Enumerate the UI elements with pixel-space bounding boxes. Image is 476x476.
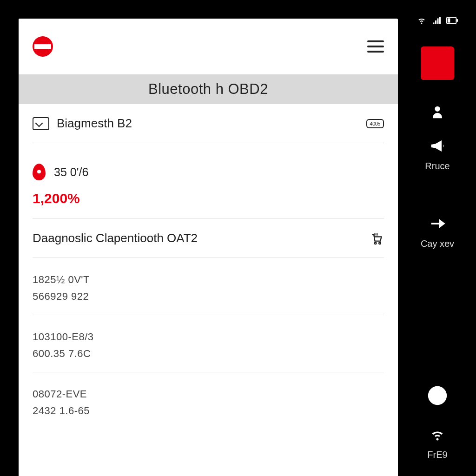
app-logo-icon <box>33 36 53 57</box>
signal-icon <box>431 16 442 25</box>
sidebar-label: FrE9 <box>427 450 447 460</box>
app-tile[interactable] <box>421 46 454 80</box>
code-group: 1825½ 0V'T 566929 922 <box>33 258 384 315</box>
code-line: 1825½ 0V'T <box>33 274 384 286</box>
marker-icon <box>33 164 46 180</box>
sidebar-item-fre9[interactable]: FrE9 <box>427 424 448 460</box>
code-line: 2432 1.6-65 <box>33 405 384 417</box>
code-group: 08072-EVE 2432 1.6-65 <box>33 372 384 429</box>
sidebar-item-cayxev[interactable]: Cay xev <box>421 213 454 249</box>
page-title: Bluetooth h OBD2 <box>19 74 398 104</box>
row-label: Biagmesth B2 <box>57 116 132 131</box>
status-bar <box>416 13 458 28</box>
code-line: 600.35 7.6C <box>33 348 384 360</box>
cart-icon[interactable] <box>370 232 384 245</box>
arrow-right-icon <box>427 213 448 234</box>
system-sidebar: Rruce Cay xev FrE9 <box>399 0 476 476</box>
wifi-small-icon <box>427 424 448 445</box>
code-line: 103100-E8/3 <box>33 331 384 343</box>
app-window: Bluetooth h OBD2 Biagmesth B2 4005 35 0'… <box>18 18 399 476</box>
tools-circle-icon <box>427 385 448 406</box>
sidebar-item-profile[interactable] <box>427 101 448 122</box>
app-header <box>19 19 398 74</box>
battery-icon <box>446 16 458 25</box>
svg-point-1 <box>379 242 381 244</box>
list-item[interactable]: 35 0'/6 1,200% <box>33 143 384 219</box>
svg-rect-4 <box>448 18 450 22</box>
sidebar-label: Rruce <box>425 161 450 172</box>
svg-rect-3 <box>456 19 458 22</box>
list-item[interactable]: Biagmesth B2 4005 <box>33 104 384 143</box>
sidebar-item-ruce[interactable]: Rruce <box>425 136 450 172</box>
code-line: 08072-EVE <box>33 388 384 400</box>
code-line: 566929 922 <box>33 291 384 303</box>
sidebar-item-tools[interactable] <box>427 385 448 406</box>
sidebar-label: Cay xev <box>421 238 454 249</box>
highlight-value: 1,200% <box>33 191 384 206</box>
main-content: Biagmesth B2 4005 35 0'/6 1,200% Daagnos… <box>19 104 398 476</box>
metric-value: 35 0'/6 <box>54 165 88 179</box>
wifi-icon <box>416 16 427 25</box>
count-badge: 4005 <box>366 119 384 128</box>
menu-button[interactable] <box>367 40 384 53</box>
svg-point-0 <box>375 242 377 244</box>
list-item[interactable]: Daagnoslic Clapentiooth OAT2 <box>33 219 384 258</box>
code-group: 103100-E8/3 600.35 7.6C <box>33 315 384 372</box>
row-label: Daagnoslic Clapentiooth OAT2 <box>33 231 198 245</box>
megaphone-icon <box>427 136 448 156</box>
device-icon <box>33 117 49 130</box>
person-icon <box>427 101 448 122</box>
